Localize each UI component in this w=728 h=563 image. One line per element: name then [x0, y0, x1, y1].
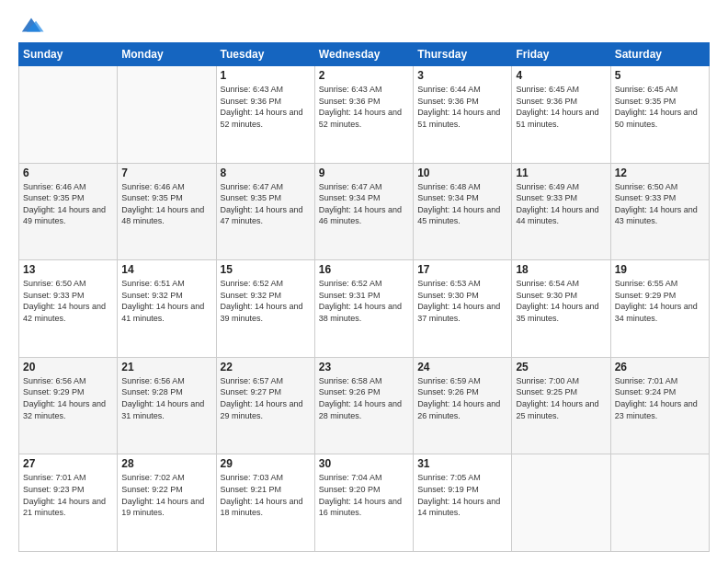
day-info: Sunrise: 6:47 AMSunset: 9:34 PMDaylight:…	[319, 182, 402, 226]
day-info: Sunrise: 6:45 AMSunset: 9:36 PMDaylight:…	[516, 85, 598, 129]
calendar-header-sunday: Sunday	[19, 43, 118, 66]
calendar-cell: 14 Sunrise: 6:51 AMSunset: 9:32 PMDaylig…	[118, 260, 216, 358]
day-info: Sunrise: 6:43 AMSunset: 9:36 PMDaylight:…	[319, 85, 402, 129]
calendar-cell: 19 Sunrise: 6:55 AMSunset: 9:29 PMDaylig…	[610, 260, 709, 358]
day-number: 27	[23, 457, 113, 470]
calendar-week-5: 27 Sunrise: 7:01 AMSunset: 9:23 PMDaylig…	[19, 454, 710, 552]
calendar-cell: 29 Sunrise: 7:03 AMSunset: 9:21 PMDaylig…	[216, 454, 314, 552]
day-number: 7	[121, 167, 211, 179]
day-number: 3	[417, 69, 507, 82]
day-info: Sunrise: 6:46 AMSunset: 9:35 PMDaylight:…	[121, 182, 204, 226]
day-info: Sunrise: 6:57 AMSunset: 9:27 PMDaylight:…	[221, 376, 303, 420]
calendar-cell: 18 Sunrise: 6:54 AMSunset: 9:30 PMDaylig…	[512, 260, 610, 358]
calendar-cell: 27 Sunrise: 7:01 AMSunset: 9:23 PMDaylig…	[19, 454, 118, 552]
calendar-cell	[19, 66, 118, 164]
calendar-cell: 8 Sunrise: 6:47 AMSunset: 9:35 PMDayligh…	[216, 163, 314, 260]
calendar-cell: 20 Sunrise: 6:56 AMSunset: 9:29 PMDaylig…	[19, 357, 118, 454]
day-number: 8	[221, 167, 311, 179]
day-info: Sunrise: 7:02 AMSunset: 9:22 PMDaylight:…	[121, 473, 204, 517]
day-info: Sunrise: 6:47 AMSunset: 9:35 PMDaylight:…	[221, 182, 303, 226]
calendar-cell: 22 Sunrise: 6:57 AMSunset: 9:27 PMDaylig…	[216, 357, 314, 454]
calendar-cell: 5 Sunrise: 6:45 AMSunset: 9:35 PMDayligh…	[610, 66, 709, 164]
calendar-cell: 12 Sunrise: 6:50 AMSunset: 9:33 PMDaylig…	[610, 163, 709, 260]
calendar-cell: 10 Sunrise: 6:48 AMSunset: 9:34 PMDaylig…	[414, 163, 512, 260]
day-number: 4	[516, 69, 606, 82]
day-info: Sunrise: 6:44 AMSunset: 9:36 PMDaylight:…	[417, 85, 500, 129]
calendar-cell: 23 Sunrise: 6:58 AMSunset: 9:26 PMDaylig…	[314, 357, 413, 454]
calendar-week-4: 20 Sunrise: 6:56 AMSunset: 9:29 PMDaylig…	[19, 357, 710, 454]
calendar-cell: 25 Sunrise: 7:00 AMSunset: 9:25 PMDaylig…	[512, 357, 610, 454]
day-number: 5	[615, 69, 705, 82]
day-number: 21	[121, 361, 211, 373]
calendar-cell: 7 Sunrise: 6:46 AMSunset: 9:35 PMDayligh…	[118, 163, 216, 260]
day-number: 11	[516, 167, 606, 179]
day-info: Sunrise: 7:03 AMSunset: 9:21 PMDaylight:…	[221, 473, 303, 517]
calendar-header-monday: Monday	[118, 43, 216, 66]
day-number: 23	[319, 361, 409, 373]
calendar-cell: 26 Sunrise: 7:01 AMSunset: 9:24 PMDaylig…	[610, 357, 709, 454]
calendar-cell: 6 Sunrise: 6:46 AMSunset: 9:35 PMDayligh…	[19, 163, 118, 260]
day-number: 14	[121, 263, 211, 276]
calendar-cell: 24 Sunrise: 6:59 AMSunset: 9:26 PMDaylig…	[414, 357, 512, 454]
day-number: 20	[23, 361, 113, 373]
calendar-cell: 31 Sunrise: 7:05 AMSunset: 9:19 PMDaylig…	[414, 454, 512, 552]
calendar-header-wednesday: Wednesday	[314, 43, 413, 66]
calendar-header-thursday: Thursday	[414, 43, 512, 66]
day-number: 26	[615, 361, 705, 373]
day-number: 17	[417, 263, 507, 276]
day-info: Sunrise: 6:51 AMSunset: 9:32 PMDaylight:…	[121, 279, 204, 323]
day-info: Sunrise: 6:43 AMSunset: 9:36 PMDaylight:…	[221, 85, 303, 129]
day-number: 31	[417, 457, 507, 470]
day-number: 9	[319, 167, 409, 179]
day-info: Sunrise: 6:59 AMSunset: 9:26 PMDaylight:…	[417, 376, 500, 420]
calendar-cell: 3 Sunrise: 6:44 AMSunset: 9:36 PMDayligh…	[414, 66, 512, 164]
calendar-week-2: 6 Sunrise: 6:46 AMSunset: 9:35 PMDayligh…	[19, 163, 710, 260]
day-info: Sunrise: 7:05 AMSunset: 9:19 PMDaylight:…	[417, 473, 500, 517]
calendar-cell: 28 Sunrise: 7:02 AMSunset: 9:22 PMDaylig…	[118, 454, 216, 552]
calendar-header-row: SundayMondayTuesdayWednesdayThursdayFrid…	[19, 43, 710, 66]
day-info: Sunrise: 7:04 AMSunset: 9:20 PMDaylight:…	[319, 473, 402, 517]
calendar-cell	[610, 454, 709, 552]
day-number: 28	[121, 457, 211, 470]
day-number: 6	[23, 167, 113, 179]
day-info: Sunrise: 6:55 AMSunset: 9:29 PMDaylight:…	[615, 279, 698, 323]
calendar-cell: 13 Sunrise: 6:50 AMSunset: 9:33 PMDaylig…	[19, 260, 118, 358]
day-info: Sunrise: 7:00 AMSunset: 9:25 PMDaylight:…	[516, 376, 598, 420]
calendar-cell: 21 Sunrise: 6:56 AMSunset: 9:28 PMDaylig…	[118, 357, 216, 454]
calendar-cell: 15 Sunrise: 6:52 AMSunset: 9:32 PMDaylig…	[216, 260, 314, 358]
calendar-cell: 17 Sunrise: 6:53 AMSunset: 9:30 PMDaylig…	[414, 260, 512, 358]
day-info: Sunrise: 6:50 AMSunset: 9:33 PMDaylight:…	[23, 279, 106, 323]
day-info: Sunrise: 6:53 AMSunset: 9:30 PMDaylight:…	[417, 279, 500, 323]
day-info: Sunrise: 6:45 AMSunset: 9:35 PMDaylight:…	[615, 85, 698, 129]
calendar-cell: 9 Sunrise: 6:47 AMSunset: 9:34 PMDayligh…	[314, 163, 413, 260]
day-info: Sunrise: 6:56 AMSunset: 9:28 PMDaylight:…	[121, 376, 204, 420]
day-info: Sunrise: 6:50 AMSunset: 9:33 PMDaylight:…	[615, 182, 698, 226]
day-number: 24	[417, 361, 507, 373]
calendar-week-3: 13 Sunrise: 6:50 AMSunset: 9:33 PMDaylig…	[19, 260, 710, 358]
calendar-cell: 30 Sunrise: 7:04 AMSunset: 9:20 PMDaylig…	[314, 454, 413, 552]
calendar-cell: 1 Sunrise: 6:43 AMSunset: 9:36 PMDayligh…	[216, 66, 314, 164]
calendar-table: SundayMondayTuesdayWednesdayThursdayFrid…	[18, 42, 710, 552]
day-info: Sunrise: 7:01 AMSunset: 9:24 PMDaylight:…	[615, 376, 698, 420]
header	[18, 15, 710, 35]
logo	[18, 15, 48, 35]
day-info: Sunrise: 6:52 AMSunset: 9:31 PMDaylight:…	[319, 279, 402, 323]
day-info: Sunrise: 6:58 AMSunset: 9:26 PMDaylight:…	[319, 376, 402, 420]
day-number: 22	[221, 361, 311, 373]
day-info: Sunrise: 6:52 AMSunset: 9:32 PMDaylight:…	[221, 279, 303, 323]
day-number: 30	[319, 457, 409, 470]
calendar-week-1: 1 Sunrise: 6:43 AMSunset: 9:36 PMDayligh…	[19, 66, 710, 164]
calendar-cell	[118, 66, 216, 164]
day-number: 10	[417, 167, 507, 179]
calendar-header-tuesday: Tuesday	[216, 43, 314, 66]
day-info: Sunrise: 6:48 AMSunset: 9:34 PMDaylight:…	[417, 182, 500, 226]
day-number: 13	[23, 263, 113, 276]
day-number: 19	[615, 263, 705, 276]
day-number: 16	[319, 263, 409, 276]
calendar-cell: 11 Sunrise: 6:49 AMSunset: 9:33 PMDaylig…	[512, 163, 610, 260]
calendar-cell	[512, 454, 610, 552]
calendar-header-saturday: Saturday	[610, 43, 709, 66]
day-info: Sunrise: 6:54 AMSunset: 9:30 PMDaylight:…	[516, 279, 598, 323]
calendar-cell: 16 Sunrise: 6:52 AMSunset: 9:31 PMDaylig…	[314, 260, 413, 358]
calendar-header-friday: Friday	[512, 43, 610, 66]
